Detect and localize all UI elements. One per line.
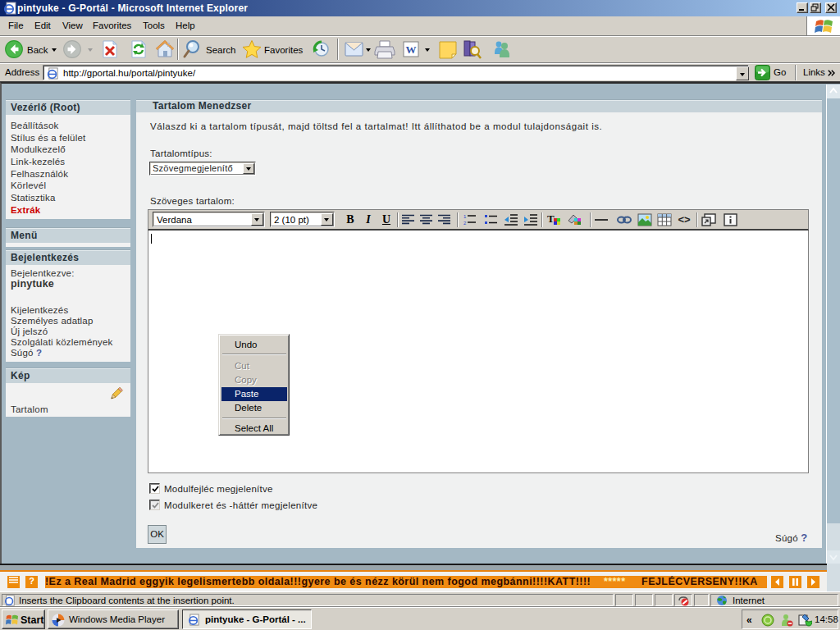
svg-text:2: 2: [463, 221, 467, 226]
svg-text:W: W: [406, 43, 417, 56]
svg-text:1: 1: [463, 214, 467, 219]
svg-text:T: T: [547, 212, 555, 225]
